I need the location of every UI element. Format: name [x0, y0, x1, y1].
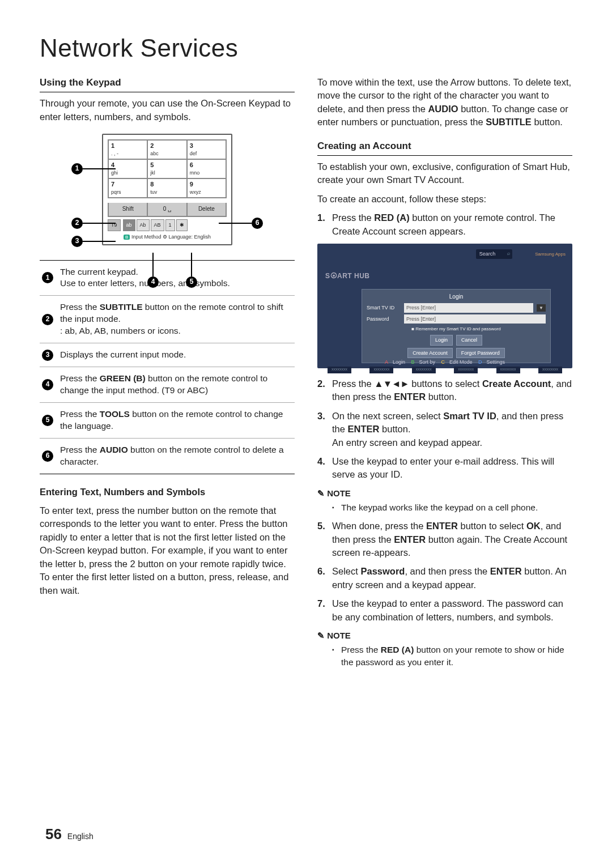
keypad-shift: Shift [108, 203, 147, 216]
legend-text: The current keypad.Use to enter letters,… [60, 266, 292, 290]
legend-text: Press the AUDIO button on the remote con… [60, 444, 292, 468]
hub-thumb: xxxxxxxx [496, 367, 520, 373]
steps-list-3: When done, press the ENTER button to sel… [317, 520, 572, 624]
legend-text: Displays the current input mode. [60, 349, 292, 361]
move-text-para: To move within the text, use the Arrow b… [317, 76, 572, 129]
keypad-mode: AB [151, 219, 164, 231]
keypad-mode: 1 [165, 219, 175, 231]
steps-list: Press the RED (A) button on your remote … [317, 211, 572, 238]
hub-thumb: xxxxxxxx [369, 367, 393, 373]
using-keypad-heading: Using the Keypad [40, 76, 295, 92]
callout-3-marker: 3 [71, 236, 83, 247]
keypad-legend: 1The current keypad.Use to enter letters… [40, 260, 295, 474]
legend-number: 1 [42, 272, 53, 283]
keypad-zero: 0 ␣ [147, 203, 186, 216]
steps-list-2: Press the ▲▼◄► buttons to select Create … [317, 377, 572, 482]
hub-dialog-title: Login [367, 293, 546, 301]
keypad-diagram: 1. , -2abc3def4ghi5jkl6mno7pqrs8tuv9wxyz… [40, 134, 295, 245]
legend-row: 4Press the GREEN (B) button on the remot… [40, 367, 295, 403]
page-footer: 56 English [45, 826, 94, 843]
entering-text-heading: Entering Text, Numbers and Symbols [40, 486, 295, 499]
keypad-key: 3def [187, 140, 226, 159]
legend-number: 3 [42, 350, 53, 361]
content-columns: Using the Keypad Through your remote, yo… [40, 76, 572, 674]
step-2: Press the ▲▼◄► buttons to select Create … [317, 377, 572, 404]
hub-pw-label: Password [367, 316, 401, 323]
hub-cancel-button: Cancel [456, 335, 482, 346]
hub-apps-label: Samsung Apps [535, 251, 566, 257]
keypad-key: 2abc [147, 140, 186, 159]
hub-id-label: Smart TV ID [367, 304, 401, 312]
note-label-1: NOTE [317, 487, 572, 499]
page-number: 56 [45, 826, 62, 843]
hub-thumb: xxxxxxxx [412, 367, 436, 373]
keypad-key: 9wxyz [187, 178, 226, 198]
legend-text: Press the SUBTITLE button on the remote … [60, 301, 292, 337]
keypad-key: 5jkl [147, 159, 186, 178]
keypad-body: 1. , -2abc3def4ghi5jkl6mno7pqrs8tuv9wxyz… [102, 134, 232, 245]
using-keypad-intro: Through your remote, you can use the On-… [40, 97, 295, 124]
hub-search: Search [476, 249, 513, 259]
right-column: To move within the text, use the Arrow b… [317, 76, 572, 674]
keypad-key: 6mno [187, 159, 226, 178]
legend-row: 3Displays the current input mode. [40, 343, 295, 367]
legend-text: Press the GREEN (B) button on the remote… [60, 373, 292, 397]
step-3: On the next screen, select Smart TV ID, … [317, 410, 572, 449]
hub-pw-input: Press [Enter] [404, 314, 546, 324]
step-5: When done, press the ENTER button to sel… [317, 520, 572, 559]
hub-login-button: Login [430, 335, 453, 346]
note-list-2: Press the RED (A) button on your remote … [317, 644, 572, 669]
hub-login-dialog: Login Smart TV ID Press [Enter] ▼ Passwo… [362, 289, 551, 364]
legend-number: 2 [42, 314, 53, 325]
callout-5-marker: 5 [186, 276, 197, 288]
keypad-footer-text: Input Method ⚙ Language: English [131, 234, 211, 240]
callout-1-marker: 1 [71, 163, 83, 175]
left-column: Using the Keypad Through your remote, yo… [40, 76, 295, 674]
hub-id-input: Press [Enter] [404, 303, 533, 313]
keypad-mode: ✱ [176, 219, 188, 231]
legend-number: 5 [42, 415, 53, 426]
keypad-footer-badge: B [124, 235, 130, 240]
creating-account-heading: Creating an Account [317, 139, 572, 156]
note-1-item: The keypad works like the keypad on a ce… [332, 501, 572, 514]
keypad-key: 7pqrs [108, 178, 147, 198]
entering-text-para: To enter text, press the number button o… [40, 504, 295, 597]
hub-forgot-password-button: Forgot Password [456, 348, 505, 359]
step-6: Select Password, and then press the ENTE… [317, 565, 572, 592]
legend-row: 2Press the SUBTITLE button on the remote… [40, 296, 295, 343]
smarthub-login-screenshot: Search Samsung Apps S⦿ART HUB Login Smar… [317, 244, 572, 368]
note-label-2: NOTE [317, 629, 572, 641]
hub-footer: ALogin BSort by CEdit Mode DSettings [317, 359, 572, 366]
callout-2-marker: 2 [71, 218, 83, 229]
legend-row: 1The current keypad.Use to enter letters… [40, 261, 295, 296]
page-title: Network Services [40, 34, 572, 62]
step-7: Use the keypad to enter a password. The … [317, 597, 572, 624]
step-1: Press the RED (A) button on your remote … [317, 211, 572, 238]
dropdown-icon: ▼ [537, 304, 546, 312]
keypad-delete: Delete [187, 203, 226, 216]
page-language: English [67, 832, 94, 841]
creating-account-para2: To create an account, follow these steps… [317, 193, 572, 206]
keypad-key: 1. , - [108, 140, 147, 159]
creating-account-para1: To establish your own, exclusive, config… [317, 160, 572, 187]
keypad-footer: B Input Method ⚙ Language: English [103, 231, 231, 244]
keypad-mode: Ab [137, 219, 150, 231]
note-list-1: The keypad works like the keypad on a ce… [317, 501, 572, 514]
hub-create-account-button: Create Account [407, 348, 453, 359]
keypad-key: 8tuv [147, 178, 186, 198]
step-4: Use the keypad to enter your e-mail addr… [317, 455, 572, 482]
legend-number: 6 [42, 450, 53, 462]
hub-thumb: xxxxxxxx [328, 367, 351, 373]
note-2-item: Press the RED (A) button on your remote … [332, 644, 572, 669]
legend-row: 5Press the TOOLS button on the remote co… [40, 403, 295, 439]
hub-thumb: xxxxxxxx [454, 367, 478, 373]
legend-row: 6Press the AUDIO button on the remote co… [40, 439, 295, 474]
callout-6-marker: 6 [252, 218, 263, 229]
legend-text: Press the TOOLS button on the remote con… [60, 409, 292, 432]
callout-4-marker: 4 [147, 276, 159, 288]
legend-number: 4 [42, 379, 53, 390]
hub-remember: Remember my Smart TV ID and password [367, 326, 546, 332]
keypad-mode: ab [123, 219, 135, 231]
hub-thumb: xxxxxxxx [538, 367, 562, 373]
hub-logo: S⦿ART HUB [325, 271, 370, 281]
